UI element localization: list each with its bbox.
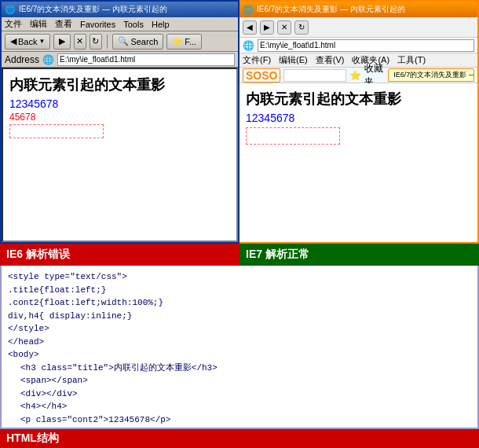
- ie7-favbar: SOSO ⭐ 收藏夹 IE6/7的文本消失及重影 — 内联元: [240, 68, 477, 83]
- ie7-panel: 🌐 IE6/7的文本消失及重影 — 内联元素引起的 ◀ ▶ ✕ ↻ 🌐 文件(F…: [240, 0, 479, 244]
- ie6-menubar: 文件 编辑 查看 Favorites Tools Help: [2, 17, 238, 31]
- ie6-favorites-icon: ⭐: [172, 36, 183, 46]
- ie7-address-input[interactable]: [258, 39, 474, 52]
- code-line-4: div,h4{ display:inline;}: [8, 310, 471, 323]
- ie7-menu-edit[interactable]: 编辑(E): [279, 54, 308, 66]
- ie7-refresh-button[interactable]: ↻: [294, 20, 309, 35]
- ie7-menu-view[interactable]: 查看(V): [316, 54, 345, 66]
- ie6-page-num2: 45678: [9, 112, 230, 123]
- ie6-addressbar: Address 🌐: [2, 52, 238, 68]
- ie7-address-bar: 🌐: [240, 38, 477, 53]
- ie7-titlebar: 🌐 IE6/7的文本消失及重影 — 内联元素引起的: [240, 2, 477, 17]
- ie6-address-input[interactable]: [57, 53, 235, 66]
- ie7-soso-logo: SOSO: [243, 68, 280, 83]
- ie7-tab[interactable]: IE6/7的文本消失及重影 — 内联元: [388, 68, 474, 82]
- code-line-12: <p class="cont2">12345678</p>: [20, 413, 471, 427]
- ie6-back-button[interactable]: ◀ Back ▼: [5, 34, 50, 50]
- ie7-back-button[interactable]: ◀: [243, 20, 257, 35]
- code-line-7: <body>: [8, 348, 471, 362]
- ie7-title-icon: 🌐: [243, 5, 254, 15]
- ie6-forward-icon: ▶: [59, 36, 65, 46]
- ie6-globe-icon: 🌐: [42, 54, 54, 65]
- ie6-toolbar: ◀ Back ▼ ▶ ✕ ↻ 🔍 Search ⭐ F...: [2, 31, 238, 52]
- code-line-8: <h3 class="title">内联引起的文本重影</h3>: [20, 362, 471, 375]
- code-line-6: </head>: [8, 336, 471, 349]
- ie7-page-title: 内联元素引起的文本重影: [246, 90, 471, 108]
- code-line-5: </style>: [8, 322, 471, 336]
- ie6-back-dropdown-icon: ▼: [38, 38, 45, 45]
- ie7-page-num1: 12345678: [246, 112, 471, 124]
- ie6-menu-help[interactable]: Help: [152, 20, 170, 29]
- code-line-3: .cont2{float:left;width:100%;}: [8, 296, 471, 310]
- ie6-panel: 🌐 IE6/7的文本消失及重影 — 内联元素引起的 文件 编辑 查看 Favor…: [0, 0, 240, 244]
- ie6-titlebar: 🌐 IE6/7的文本消失及重影 — 内联元素引起的: [2, 2, 238, 17]
- code-panel: <style type="text/css"> .title{float:lef…: [0, 266, 479, 429]
- ie6-favorites-label: F...: [185, 37, 196, 46]
- ie6-menu-file[interactable]: 文件: [5, 18, 22, 30]
- ie7-menu-file[interactable]: 文件(F): [243, 54, 271, 66]
- ie6-menu-edit[interactable]: 编辑: [30, 18, 47, 30]
- ie6-search-label: Search: [130, 37, 158, 46]
- ie7-label: IE7 解析正常: [240, 244, 479, 266]
- ie6-label: IE6 解析错误: [0, 244, 240, 266]
- code-line-1: <style type="text/css">: [8, 270, 471, 284]
- ie7-menu-tools[interactable]: 工具(T): [397, 54, 426, 66]
- code-line-10: <div></div>: [20, 387, 471, 401]
- ie6-title-text: IE6/7的文本消失及重影 — 内联元素引起的: [19, 4, 167, 15]
- ie7-title-text: IE6/7的文本消失及重影 — 内联元素引起的: [257, 4, 405, 15]
- ie7-soso-search[interactable]: [283, 69, 346, 82]
- ie6-search-icon: 🔍: [118, 36, 129, 46]
- ie6-favorites-button[interactable]: ⭐ F...: [166, 34, 202, 50]
- ie7-content: 内联元素引起的文本重影 12345678: [240, 83, 477, 242]
- ie7-forward-button[interactable]: ▶: [260, 20, 274, 35]
- code-line-9: <span></span>: [20, 374, 471, 387]
- ie6-search-button[interactable]: 🔍 Search: [112, 34, 163, 50]
- ie7-dashed-box: [246, 127, 340, 145]
- ie7-nav-bar: ◀ ▶ ✕ ↻: [240, 17, 477, 38]
- ie6-content: 内联元素引起的文本重影 12345678 45678: [2, 68, 238, 242]
- ie7-stop-button[interactable]: ✕: [277, 20, 291, 35]
- ie6-menu-view[interactable]: 查看: [55, 18, 72, 30]
- ie6-menu-tools[interactable]: Tools: [123, 20, 144, 29]
- ie6-page-title: 内联元素引起的文本重影: [9, 75, 230, 94]
- code-content: <style type="text/css"> .title{float:lef…: [8, 270, 471, 429]
- html-label: HTML结构: [0, 429, 479, 448]
- ie6-title-icon: 🌐: [5, 5, 16, 15]
- ie6-menu-favorites[interactable]: Favorites: [80, 20, 115, 29]
- ie7-menubar: 文件(F) 编辑(E) 查看(V) 收藏夹(A) 工具(T): [240, 53, 477, 68]
- ie6-toolbar-sep1: [107, 35, 108, 49]
- ie6-dashed-box: [9, 124, 104, 138]
- ie6-page-num1: 12345678: [9, 97, 230, 110]
- ie6-forward-button[interactable]: ▶: [53, 34, 71, 50]
- ie6-refresh-button[interactable]: ↻: [90, 34, 102, 50]
- ie7-fav-star-icon: ⭐: [349, 70, 361, 81]
- ie6-address-label: Address: [5, 54, 39, 65]
- ie6-stop-button[interactable]: ✕: [74, 34, 86, 50]
- code-line-11: <h4></h4>: [20, 400, 471, 413]
- ie6-back-label: Back: [18, 37, 37, 46]
- ie6-back-icon: ◀: [10, 36, 16, 46]
- code-line-2: .title{float:left;}: [8, 284, 471, 297]
- labels-row: IE6 解析错误 IE7 解析正常: [0, 244, 479, 266]
- ie7-globe-icon: 🌐: [243, 40, 254, 51]
